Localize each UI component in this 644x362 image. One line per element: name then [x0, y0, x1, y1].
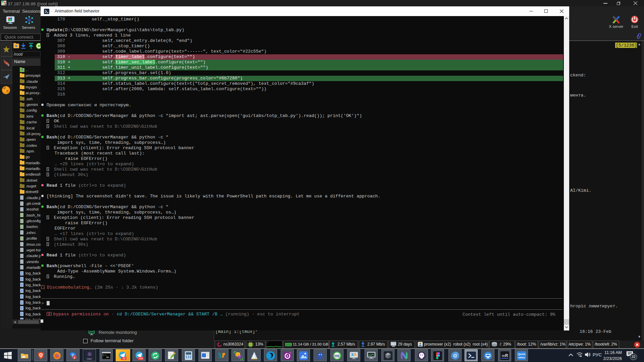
- svg-text:FREY: FREY: [87, 358, 92, 360]
- svg-text:utmo: utmo: [518, 356, 525, 359]
- svg-text:C:\_: C:\_: [103, 354, 108, 357]
- svg-text:R: R: [505, 353, 508, 358]
- svg-text:.30: .30: [122, 357, 125, 360]
- svg-text:715: 715: [139, 357, 143, 360]
- svg-text:2: 2: [73, 356, 75, 359]
- svg-text:m: m: [502, 354, 505, 358]
- svg-text:HS: HS: [334, 354, 339, 358]
- svg-text:Quick: Quick: [518, 353, 526, 356]
